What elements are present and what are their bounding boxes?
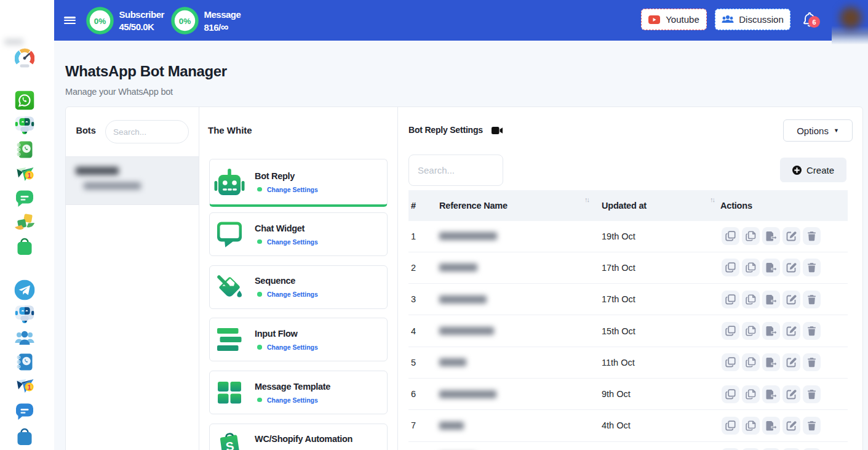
svg-text:1: 1	[27, 384, 31, 391]
svg-text:0%: 0%	[94, 16, 106, 25]
svg-text:0%: 0%	[179, 16, 191, 25]
svg-text:1: 1	[27, 172, 31, 179]
